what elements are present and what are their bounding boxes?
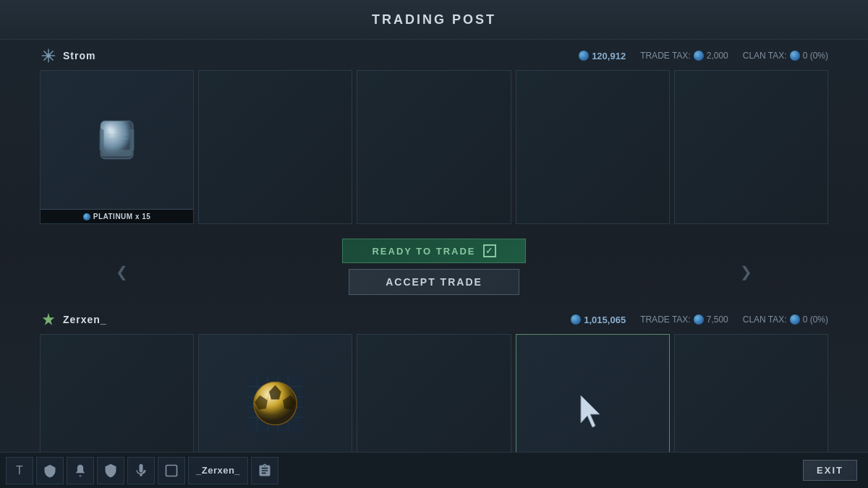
player1-slot-1-label: PLATINUM x 15 (41, 209, 193, 223)
svg-marker-12 (43, 313, 55, 325)
accept-trade-button[interactable]: ACCEPT TRADE (349, 269, 519, 295)
svg-rect-10 (100, 129, 104, 151)
svg-marker-27 (581, 395, 600, 427)
plat-icon-clan-p2 (790, 314, 800, 325)
taskbar-bell-icon (73, 463, 88, 478)
platinum-image-area (41, 71, 193, 209)
cursor-icon (578, 394, 607, 429)
player2-trade-tax: TRADE TAX: 7,500 (640, 314, 728, 325)
player2-name-row: Zerxen_ (40, 311, 107, 328)
taskbar: T _Zerxen_ (0, 452, 868, 488)
player1-tax-info: 120,912 TRADE TAX: 2,000 CLAN TAX: 0 (0%… (579, 51, 828, 61)
player2-icon (40, 311, 57, 328)
player2-avatar-icon (41, 312, 56, 328)
player1-balance: 120,912 (579, 51, 626, 61)
exit-button[interactable]: EXIT (803, 460, 857, 481)
plat-icon-trade-p2 (694, 314, 704, 325)
player1-icon (40, 47, 57, 64)
taskbar-icon-3[interactable] (97, 457, 124, 484)
platinum-sphere-icon (90, 113, 144, 167)
taskbar-icon-5[interactable] (158, 457, 185, 484)
arrow-left-icon: ❮ (116, 263, 128, 281)
taskbar-icon-2[interactable] (67, 457, 94, 484)
taskbar-warframe-icon (43, 463, 57, 478)
plat-icon-clan (790, 51, 800, 61)
player1-slot-1[interactable]: PLATINUM x 15 (40, 70, 194, 224)
player1-item-grid: PLATINUM x 15 (40, 70, 828, 224)
player1-slot-3[interactable] (357, 70, 511, 224)
svg-rect-11 (130, 129, 135, 151)
taskbar-mic-icon (134, 463, 148, 478)
taskbar-menu-button[interactable]: T (6, 457, 33, 484)
plat-icon-p2 (571, 314, 581, 325)
taskbar-square-icon (164, 463, 179, 478)
player1-name-row: Strom (40, 47, 95, 64)
player2-header: Zerxen_ 1,015,065 TRADE TAX: 7,500 CLAN … (40, 311, 828, 328)
taskbar-icon-1[interactable] (36, 457, 64, 484)
plat-icon-1 (579, 51, 589, 61)
player1-slot-2[interactable] (198, 70, 352, 224)
player1-name: Strom (63, 50, 95, 61)
player1-slot-5[interactable] (674, 70, 828, 224)
plat-icon-trade (694, 51, 704, 61)
taskbar-clipboard-icon (258, 463, 272, 478)
player1-clan-tax: CLAN TAX: 0 (0%) (743, 51, 828, 61)
player1-section: Strom 120,912 TRADE TAX: 2,000 CLAN TAX: (0, 40, 868, 230)
player1-slot-4[interactable] (516, 70, 670, 224)
player1-header: Strom 120,912 TRADE TAX: 2,000 CLAN TAX: (40, 47, 828, 64)
player2-balance: 1,015,065 (571, 314, 626, 325)
top-bar: TRADING POST (0, 0, 868, 40)
player1-trade-tax: TRADE TAX: 2,000 (640, 51, 728, 61)
svg-rect-28 (166, 465, 177, 476)
oberon-blueprint-icon (244, 374, 306, 435)
page-title: TRADING POST (372, 12, 496, 27)
player2-name: Zerxen_ (63, 314, 107, 325)
player1-avatar-icon (41, 48, 56, 64)
player2-tax-info: 1,015,065 TRADE TAX: 7,500 CLAN TAX: 0 (… (571, 314, 828, 325)
taskbar-icon-4[interactable] (127, 457, 155, 484)
slot-plat-icon (83, 213, 90, 221)
player2-clan-tax: CLAN TAX: 0 (0%) (743, 314, 828, 325)
taskbar-shield-icon (103, 463, 118, 478)
taskbar-username[interactable]: _Zerxen_ (188, 457, 248, 484)
arrow-right-icon: ❯ (740, 263, 752, 281)
ready-to-trade-button[interactable]: READY TO TRADE (342, 239, 525, 263)
ready-checkmark (483, 244, 496, 257)
taskbar-icon-6[interactable] (251, 457, 278, 484)
middle-section: ❮ READY TO TRADE ACCEPT TRADE ❯ (0, 230, 868, 304)
svg-rect-7 (102, 150, 132, 156)
